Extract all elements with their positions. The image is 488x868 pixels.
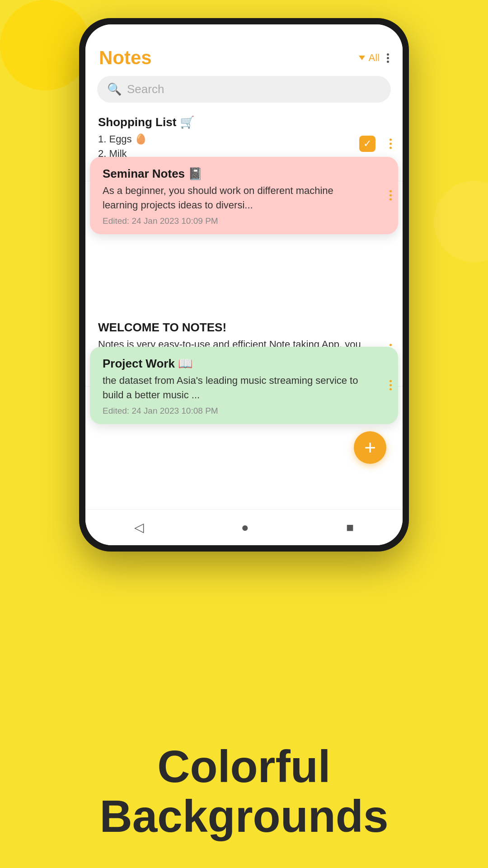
plus-icon: +	[364, 436, 376, 459]
note-body: As a beginner, you should work on differ…	[103, 184, 371, 212]
marketing-text: Colorful Backgrounds	[0, 741, 488, 841]
more-menu-button[interactable]	[387, 53, 389, 63]
note-date: Edited: 24 Jan 2023 10:09 PM	[103, 216, 371, 226]
note-menu-project[interactable]	[389, 380, 392, 391]
note-title: Seminar Notes 📓	[103, 167, 371, 181]
decorative-blob-left	[0, 0, 90, 90]
dot-icon	[389, 190, 392, 193]
app-header: Notes All	[85, 42, 403, 73]
note-date: Edited: 24 Jan 2023 10:08 PM	[103, 406, 371, 416]
dot-icon	[389, 344, 392, 346]
decorative-blob-right	[434, 181, 488, 262]
recent-apps-button[interactable]: ■	[346, 520, 354, 535]
note-item-seminar[interactable]: Seminar Notes 📓 As a beginner, you shoul…	[90, 157, 398, 234]
note-item-project[interactable]: Project Work 📖 the dataset from Asia's l…	[90, 347, 398, 424]
dot-icon	[389, 143, 392, 145]
dot-icon	[389, 147, 392, 149]
home-button[interactable]: ●	[241, 520, 249, 535]
add-note-fab[interactable]: +	[354, 431, 386, 464]
check-icon: ✓	[359, 136, 375, 152]
chevron-down-icon	[359, 56, 365, 60]
search-bar[interactable]: 🔍 Search	[97, 76, 391, 103]
phone-screen: Notes All 🔍 Search	[85, 24, 403, 545]
dot-icon	[389, 388, 392, 391]
navigation-bar: ◁ ● ■	[85, 509, 403, 545]
dot-icon	[389, 380, 392, 382]
filter-label: All	[369, 52, 380, 64]
note-title: Project Work 📖	[103, 357, 371, 371]
phone-frame: Notes All 🔍 Search	[79, 18, 409, 552]
filter-all-button[interactable]: All	[359, 52, 380, 64]
status-bar	[85, 24, 403, 42]
dot-icon	[387, 53, 389, 56]
heading-line2: Backgrounds	[0, 791, 488, 841]
note-menu-shopping[interactable]	[389, 139, 392, 149]
dot-icon	[389, 384, 392, 387]
app-title: Notes	[99, 47, 152, 69]
note-title: WELCOME TO NOTES!	[98, 321, 375, 335]
header-right: All	[359, 52, 389, 64]
dot-icon	[389, 194, 392, 197]
dot-icon	[389, 198, 392, 201]
dot-icon	[389, 139, 392, 141]
dot-icon	[387, 61, 389, 63]
checkmark-shopping[interactable]: ✓	[359, 136, 375, 152]
heading-line1: Colorful	[0, 741, 488, 791]
search-placeholder: Search	[127, 82, 164, 96]
back-button[interactable]: ◁	[134, 520, 144, 535]
note-body: the dataset from Asia's leading music st…	[103, 373, 371, 402]
note-title: Shopping List 🛒	[98, 115, 362, 129]
search-icon: 🔍	[107, 82, 122, 96]
note-menu-seminar[interactable]	[389, 190, 392, 201]
dot-icon	[387, 57, 389, 59]
notes-list: Shopping List 🛒 1. Eggs 🥚2. Milk Edited:…	[85, 107, 403, 509]
